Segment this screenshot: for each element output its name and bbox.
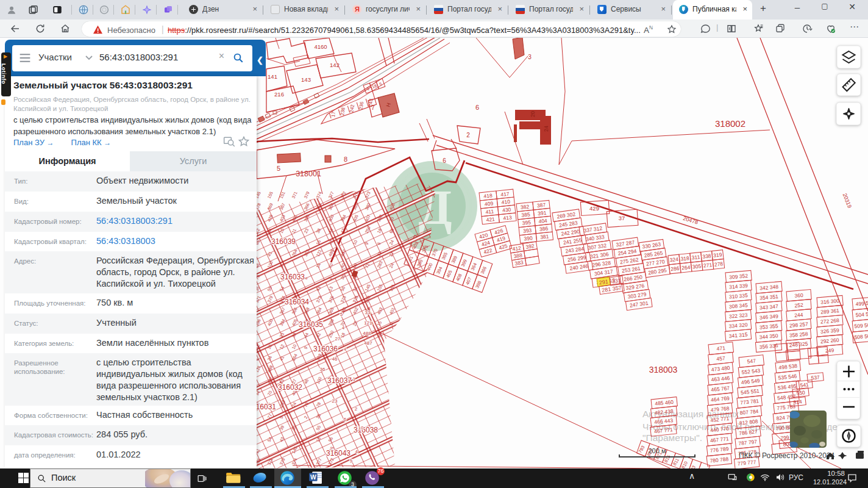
svg-text:244: 244 xyxy=(794,312,803,318)
svg-text:395: 395 xyxy=(522,219,531,226)
svg-text:488: 488 xyxy=(363,331,371,336)
svg-text:404: 404 xyxy=(538,217,547,224)
svg-text:421: 421 xyxy=(486,216,495,223)
svg-text:286: 286 xyxy=(671,265,680,272)
svg-text:305: 305 xyxy=(692,263,702,270)
svg-text:24: 24 xyxy=(543,126,549,132)
svg-text:814: 814 xyxy=(793,398,802,405)
svg-text:550: 550 xyxy=(796,389,805,396)
svg-text:216: 216 xyxy=(274,91,284,98)
svg-text:238: 238 xyxy=(340,107,346,116)
svg-text:385: 385 xyxy=(521,211,530,218)
svg-text:5: 5 xyxy=(350,458,353,464)
svg-text:324: 324 xyxy=(669,256,678,263)
svg-text:338: 338 xyxy=(702,253,711,259)
svg-text:236: 236 xyxy=(358,101,365,110)
svg-text:409: 409 xyxy=(484,200,493,207)
svg-text:ПКК © Росреестр 2010-2024: ПКК © Росреестр 2010-2024 xyxy=(739,451,835,460)
svg-text:20: 20 xyxy=(530,111,536,117)
svg-text:499 51: 499 51 xyxy=(855,300,868,307)
svg-text:6: 6 xyxy=(443,157,446,164)
svg-text:46: 46 xyxy=(332,356,338,362)
svg-text:316032: 316032 xyxy=(278,383,302,392)
svg-text:2: 2 xyxy=(466,132,470,138)
svg-text:4: 4 xyxy=(344,346,347,352)
svg-text:311: 311 xyxy=(691,254,700,260)
svg-text:382: 382 xyxy=(521,203,530,210)
svg-text:391: 391 xyxy=(538,210,547,217)
svg-text:2: 2 xyxy=(355,406,358,412)
svg-text:429: 429 xyxy=(589,205,599,212)
svg-text:4: 4 xyxy=(342,325,345,331)
svg-text:6: 6 xyxy=(475,104,479,111)
svg-text:411: 411 xyxy=(485,208,494,215)
svg-text:W: W xyxy=(310,474,316,481)
svg-text:17: 17 xyxy=(330,111,336,118)
svg-text:271: 271 xyxy=(703,262,712,268)
svg-text:6: 6 xyxy=(344,417,347,422)
svg-text:430: 430 xyxy=(502,206,511,213)
svg-text:316033: 316033 xyxy=(280,273,305,281)
svg-text:508 505: 508 505 xyxy=(854,332,868,340)
svg-text:410: 410 xyxy=(501,198,510,205)
svg-text:393: 393 xyxy=(523,227,532,234)
svg-text:316035: 316035 xyxy=(299,320,323,329)
svg-text:471: 471 xyxy=(716,345,725,351)
svg-text:318002: 318002 xyxy=(715,118,745,129)
svg-text:252: 252 xyxy=(794,302,803,309)
svg-text:5: 5 xyxy=(340,312,343,317)
svg-text:316038: 316038 xyxy=(354,426,378,434)
svg-text:386: 386 xyxy=(539,225,548,232)
svg-text:27: 27 xyxy=(335,336,341,342)
svg-text:509 506: 509 506 xyxy=(854,321,868,329)
svg-text:8: 8 xyxy=(344,156,347,163)
svg-text:318: 318 xyxy=(680,255,689,262)
svg-text:278: 278 xyxy=(714,260,723,267)
svg-text:537: 537 xyxy=(811,374,820,381)
svg-text:3: 3 xyxy=(528,54,532,60)
svg-text:121: 121 xyxy=(364,320,372,326)
svg-text:316039: 316039 xyxy=(271,237,296,246)
svg-text:4160: 4160 xyxy=(314,43,327,50)
svg-text:7: 7 xyxy=(371,104,375,111)
svg-text:291: 291 xyxy=(599,278,608,285)
svg-text:457: 457 xyxy=(716,355,725,362)
svg-text:547: 547 xyxy=(747,357,756,364)
svg-text:4: 4 xyxy=(355,449,358,454)
svg-text:318003: 318003 xyxy=(649,365,678,375)
svg-text:418: 418 xyxy=(483,192,493,199)
svg-text:36: 36 xyxy=(320,367,326,372)
svg-text:381: 381 xyxy=(540,233,549,240)
svg-text:487: 487 xyxy=(364,340,372,346)
svg-text:541: 541 xyxy=(800,381,809,388)
svg-text:249: 249 xyxy=(825,347,834,354)
svg-text:10: 10 xyxy=(358,425,364,431)
svg-text:316043: 316043 xyxy=(326,449,350,458)
svg-text:264: 264 xyxy=(681,264,691,271)
svg-text:387: 387 xyxy=(536,202,546,209)
svg-text:319: 319 xyxy=(713,251,722,258)
svg-text:5: 5 xyxy=(277,165,280,172)
svg-text:316037: 316037 xyxy=(327,376,352,385)
svg-text:141: 141 xyxy=(268,73,277,80)
svg-text:143: 143 xyxy=(301,76,311,83)
svg-text:37: 37 xyxy=(619,215,625,221)
svg-text:417: 417 xyxy=(500,190,510,197)
svg-text:242: 242 xyxy=(349,104,355,113)
svg-text:360: 360 xyxy=(794,292,803,299)
svg-text:200 м: 200 м xyxy=(649,447,666,454)
svg-text:316036: 316036 xyxy=(313,345,338,353)
svg-text:23: 23 xyxy=(332,398,338,404)
svg-text:1: 1 xyxy=(353,376,356,382)
svg-text:316034: 316034 xyxy=(285,298,309,306)
svg-text:413: 413 xyxy=(503,214,512,221)
svg-text:390: 390 xyxy=(524,235,533,242)
svg-text:33: 33 xyxy=(365,310,371,315)
svg-text:504 51: 504 51 xyxy=(855,310,868,318)
